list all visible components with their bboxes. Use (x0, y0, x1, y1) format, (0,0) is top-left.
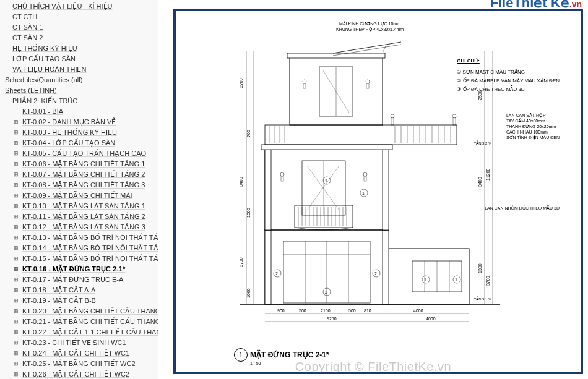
sheet-item[interactable]: KT-0.12 - MẶT BẰNG LÁT SÀN TẦNG 3 (0, 222, 158, 232)
tree-item[interactable]: CT SÀN 2 (0, 33, 158, 43)
sheet-item[interactable]: KT-0.16 - MẶT ĐỨNG TRỤC 2-1* (0, 264, 158, 275)
svg-rect-37 (281, 176, 283, 181)
sheet-item[interactable]: KT-0.18 - MẶT CẮT A-A (0, 285, 158, 296)
tree-item[interactable]: LỚP CẤU TẠO SÀN (0, 54, 158, 64)
sheet-item[interactable]: KT-0.07 - MẶT BẰNG CHI TIẾT TẦNG 2 (0, 169, 158, 180)
sheet-item[interactable]: KT-0.05 - CẤU TẠO TRẦN THẠCH CAO (0, 148, 158, 159)
svg-text:4000: 4000 (413, 309, 423, 313)
svg-rect-66 (303, 83, 306, 88)
sheet-item[interactable]: KT-0.13 - MẶT BẰNG BỐ TRÍ NỘI THẤT TẦNG … (0, 232, 158, 243)
sheet-item[interactable]: KT-0.20 - MẶT BẰNG CHI TIẾT CẦU THANG T! (0, 306, 158, 317)
svg-text:2700: 2700 (240, 257, 243, 267)
svg-text:9250: 9250 (327, 317, 337, 321)
drawing-content: MÁI KÍNH CƯỜNG LỰC 10mm KHUNG THÉP HỘP 4… (184, 20, 572, 363)
drawing-canvas[interactable]: FileThiết Kế.vn MÁI KÍNH CƯỜNG LỰC 10mm … (158, 0, 588, 379)
sheet-item[interactable]: KT-0.06 - MẶT BẰNG CHI TIẾT TẦNG 1 (0, 159, 158, 169)
svg-text:2: 2 (325, 290, 327, 294)
svg-text:2: 2 (374, 271, 377, 276)
tree-item[interactable]: CT CTH (0, 12, 158, 22)
view-title: MẶT ĐỨNG TRỤC 2-1* (250, 351, 329, 359)
tree-item[interactable]: HỆ THỐNG KÝ HIỆU (0, 43, 158, 54)
svg-line-71 (383, 45, 386, 53)
svg-rect-40 (261, 145, 392, 150)
svg-rect-14 (265, 150, 389, 230)
svg-rect-61 (287, 53, 385, 58)
svg-text:810: 810 (364, 309, 371, 313)
svg-text:900: 900 (277, 309, 285, 313)
sheet-item[interactable]: KT-0.19 - MẶT CẮT B-B (0, 296, 158, 306)
svg-point-38 (363, 172, 367, 176)
svg-point-36 (280, 172, 284, 176)
svg-rect-56 (391, 117, 394, 125)
tree-item[interactable]: CT SÀN 1 (0, 22, 158, 33)
project-browser-tree[interactable]: CHÚ THÍCH VẬT LIỆU - KÍ HIỆUCT CTHCT SÀN… (0, 0, 158, 379)
sheet-item[interactable]: KT-0.02 - DANH MỤC BẢN VẼ (0, 117, 158, 127)
svg-text:2500: 2500 (478, 90, 482, 100)
tree-item[interactable]: PHẦN 2: KIẾN TRÚC (0, 96, 158, 106)
svg-rect-68 (366, 83, 369, 88)
svg-text:500: 500 (348, 309, 356, 313)
elevation-drawing: 1 1 2 2 2 1 1 2700 3400 2700 1000 1000 7… (240, 26, 500, 323)
sheet-item[interactable]: KT-0.09 - MẶT BẰNG CHI TIẾT MÁI (0, 190, 158, 201)
tree-item[interactable]: VẬT LIỆU HOÀN THIỆN (0, 64, 158, 75)
sheet-item[interactable]: KT-0.25 - MẶT BẰNG CHI TIẾT WC2 (0, 359, 158, 369)
sheet-item[interactable]: KT-0.01 - BÌA (0, 106, 158, 117)
svg-text:2100: 2100 (321, 309, 331, 313)
svg-line-69 (333, 42, 401, 53)
svg-text:3400: 3400 (240, 177, 243, 187)
tree-group[interactable]: Sheets (LETINH) (0, 85, 158, 96)
svg-text:1: 1 (325, 179, 327, 183)
svg-text:3400: 3400 (478, 177, 482, 187)
svg-text:1300: 1300 (478, 263, 482, 273)
svg-text:1: 1 (362, 191, 365, 195)
svg-rect-4 (383, 230, 389, 304)
svg-text:2: 2 (275, 271, 278, 276)
tree-group[interactable]: Schedules/Quantities (all) (0, 75, 158, 85)
sheet-item[interactable]: KT-0.24 - MẶT CẮT CHI TIẾT WC1 (0, 348, 158, 359)
svg-rect-2 (389, 249, 469, 304)
svg-text:1: 1 (424, 278, 426, 282)
svg-rect-15 (265, 150, 271, 230)
svg-text:3700: 3700 (486, 276, 490, 286)
sheet-item[interactable]: KT-0.03 - HỆ THỐNG KÝ HIỆU (0, 127, 158, 138)
svg-text:1000: 1000 (246, 288, 251, 298)
svg-rect-39 (364, 176, 366, 181)
svg-text:1: 1 (455, 278, 457, 282)
sheet-item[interactable]: KT-0.04 - LỚP CẤU TẠO SÀN (0, 138, 158, 148)
sheet-item[interactable]: KT-0.22 - MẶT CẮT 1-1 CHI TIẾT CẦU THANG (0, 327, 158, 338)
svg-text:11200: 11200 (486, 168, 490, 181)
sheet-item[interactable]: KT-0.26 - MẶT CẮT CHI TIẾT WC2 (0, 369, 158, 379)
view-tag-circle: 1 (234, 348, 248, 362)
svg-rect-16 (383, 150, 389, 230)
svg-point-67 (366, 80, 370, 83)
svg-text:700: 700 (246, 130, 251, 137)
sheet-item[interactable]: KT-0.21 - MẶT BẰNG CHI TIẾT CẦU THANG T! (0, 317, 158, 327)
sheet-item[interactable]: KT-0.14 - MẶT BẰNG BỐ TRÍ NỘI THẤT TẦNG … (0, 243, 158, 253)
sheet-item[interactable]: KT-0.15 - MẶT BẰNG BỐ TRÍ NỘI THẤT TẦNG … (0, 253, 158, 264)
sheet-item[interactable]: KT-0.11 - MẶT BẰNG LÁT SÀN TẦNG 2 (0, 211, 158, 222)
svg-rect-41 (265, 125, 457, 145)
copyright-watermark: Copyright © FileThietKe.vn (295, 360, 451, 374)
svg-text:1000: 1000 (246, 208, 251, 218)
svg-text:2700: 2700 (240, 78, 243, 88)
svg-text:4000: 4000 (426, 317, 436, 321)
svg-point-65 (303, 80, 306, 83)
svg-rect-58 (453, 117, 456, 125)
railing-note-1: LAN CAN SẮT HỘP TAY CẦM 40x80mm THANH ĐỨ… (506, 113, 560, 140)
sheet-item[interactable]: KT-0.10 - MẶT BẰNG LÁT SÀN TẦNG 1 (0, 201, 158, 211)
svg-text:500: 500 (299, 309, 306, 313)
tree-item[interactable]: CHÚ THÍCH VẬT LIỆU - KÍ HIỆU (0, 1, 158, 12)
sheet-item[interactable]: KT-0.23 - CHI TIẾT VỆ SINH WC1 (0, 338, 158, 348)
svg-rect-3 (265, 230, 271, 304)
sheet-item[interactable]: KT-0.08 - MẶT BẰNG CHI TIẾT TẦNG 3 (0, 180, 158, 190)
sheet-item[interactable]: KT-0.17 - MẶT ĐỨNG TRỤC E-A (0, 275, 158, 285)
sheet-frame: MÁI KÍNH CƯỜNG LỰC 10mm KHUNG THÉP HỘP 4… (173, 9, 583, 374)
